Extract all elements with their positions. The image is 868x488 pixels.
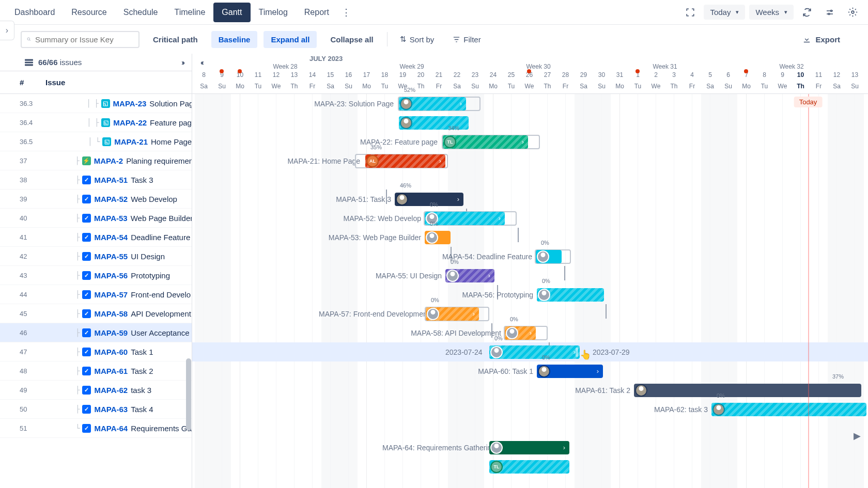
avatar[interactable] — [426, 231, 438, 244]
issue-key[interactable]: MAPA-22 — [113, 118, 147, 127]
issue-key[interactable]: MAPA-56 — [94, 271, 128, 280]
critical-path-button[interactable]: Critical path — [146, 31, 205, 48]
issue-row[interactable]: 46├✓MAPA-59User Acceptance — [0, 323, 192, 342]
baseline-button[interactable]: Baseline — [211, 31, 258, 48]
avatar[interactable] — [490, 346, 503, 358]
issue-row[interactable]: 42├✓MAPA-55UI Design — [0, 247, 192, 266]
issue-row[interactable]: 41├✓MAPA-54Deadline Feature — [0, 228, 192, 247]
nav-tab-timelog[interactable]: Timelog — [251, 3, 296, 22]
issue-key[interactable]: MAPA-51 — [94, 176, 128, 184]
avatar[interactable] — [635, 384, 647, 397]
search-input[interactable] — [35, 35, 133, 44]
avatar[interactable] — [400, 98, 412, 110]
gantt-bar[interactable]: › — [426, 307, 479, 321]
avatar[interactable] — [712, 403, 725, 416]
avatar[interactable] — [537, 250, 549, 263]
fullscreen-button[interactable] — [681, 3, 700, 22]
column-issue-header[interactable]: Issue — [45, 78, 192, 87]
avatar[interactable] — [538, 365, 550, 377]
nav-tab-timeline[interactable]: Timeline — [166, 3, 213, 22]
sliders-button[interactable] — [820, 3, 839, 22]
gantt-bar[interactable]: › — [399, 97, 466, 111]
gantt-chart[interactable]: ‹‹ JULY 2023 Week 28Week 29Week 30Week 3… — [192, 54, 868, 488]
collapse-panel-button[interactable]: ›› — [179, 56, 185, 69]
issue-key[interactable]: MAPA-60 — [94, 348, 128, 356]
issue-row[interactable]: 37├⚡MAPA-2Planing requiremen — [0, 151, 192, 170]
issue-key[interactable]: MAPA-55 — [94, 252, 128, 261]
issue-key[interactable]: MAPA-59 — [94, 328, 128, 337]
issue-key[interactable]: MAPA-2 — [94, 156, 123, 165]
resize-handle[interactable] — [576, 348, 578, 357]
issue-key[interactable]: MAPA-64 — [94, 424, 128, 433]
issue-row[interactable]: 44├✓MAPA-57Front-end Develo — [0, 285, 192, 304]
issue-row[interactable]: 36.5│ └◱MAPA-21Home Page — [0, 132, 192, 151]
issue-row[interactable]: 47├✓MAPA-60Task 1 — [0, 342, 192, 361]
avatar[interactable]: TL — [490, 461, 503, 473]
gantt-bar[interactable]: TL — [489, 460, 569, 474]
nav-tab-schedule[interactable]: Schedule — [115, 3, 166, 22]
nav-more-menu[interactable]: ⋮ — [337, 3, 355, 22]
issue-list[interactable]: 36.3│ ├◱MAPA-23Solution Page36.4│ ├◱MAPA… — [0, 94, 192, 488]
issue-key[interactable]: MAPA-57 — [94, 290, 128, 299]
gantt-bar[interactable]: AL› — [365, 154, 445, 168]
gantt-bar[interactable] — [537, 288, 604, 302]
export-button[interactable]: Export — [795, 31, 847, 48]
gantt-bar[interactable]: › — [537, 365, 603, 378]
issue-key[interactable]: MAPA-58 — [94, 309, 128, 318]
gantt-bar[interactable]: › — [445, 269, 494, 282]
nav-tab-resource[interactable]: Resource — [63, 3, 115, 22]
avatar[interactable] — [400, 117, 412, 129]
sort-button[interactable]: ⇅Sort by — [394, 30, 441, 48]
avatar[interactable] — [506, 327, 518, 339]
gantt-bar[interactable]: › — [505, 326, 536, 340]
issue-key[interactable]: MAPA-63 — [94, 405, 128, 414]
issue-row[interactable]: 51└✓MAPA-64Requirements Ga — [0, 419, 192, 438]
issue-key[interactable]: MAPA-53 — [94, 214, 128, 223]
gantt-bar[interactable] — [711, 403, 866, 416]
avatar[interactable] — [396, 193, 408, 206]
avatar[interactable]: AL — [366, 155, 379, 167]
issue-key[interactable]: MAPA-61 — [94, 367, 128, 375]
gear-button[interactable] — [843, 3, 862, 22]
expand-all-button[interactable]: Expand all — [264, 31, 317, 48]
gantt-bar[interactable]: TL› — [443, 135, 528, 149]
play-button[interactable]: ▶ — [854, 430, 861, 442]
avatar[interactable] — [538, 289, 550, 301]
avatar[interactable]: TL — [444, 136, 456, 148]
nav-tab-dashboard[interactable]: Dashboard — [6, 3, 63, 22]
sync-button[interactable] — [798, 3, 816, 22]
collapse-all-button[interactable]: Collapse all — [323, 31, 380, 48]
issue-key[interactable]: MAPA-23 — [113, 99, 147, 108]
issue-row[interactable]: 48├✓MAPA-61Task 2 — [0, 361, 192, 381]
gantt-bar[interactable]: › — [395, 193, 463, 206]
scrollbar-thumb[interactable] — [186, 358, 191, 431]
issue-row[interactable]: 36.4│ ├◱MAPA-22Feature page — [0, 113, 192, 132]
issue-key[interactable]: MAPA-54 — [94, 233, 128, 242]
filter-button[interactable]: Filter — [446, 31, 487, 48]
column-number-header[interactable]: # — [20, 78, 45, 87]
gantt-bar[interactable]: › — [489, 345, 580, 359]
gantt-bar[interactable]: › — [489, 441, 569, 454]
issue-row[interactable]: 40├✓MAPA-53Web Page Builder — [0, 209, 192, 228]
expand-sidebar-handle[interactable]: › — [0, 21, 14, 40]
scroll-left-button[interactable]: ‹‹ — [194, 56, 209, 68]
issue-row[interactable]: 39├✓MAPA-52Web Develop — [0, 190, 192, 209]
gantt-bar[interactable] — [634, 384, 861, 397]
gantt-bar[interactable] — [536, 250, 562, 263]
issue-row[interactable]: 36.3│ ├◱MAPA-23Solution Page — [0, 94, 192, 113]
issue-key[interactable]: MAPA-21 — [114, 137, 148, 146]
gantt-bar[interactable] — [425, 231, 451, 244]
avatar[interactable] — [446, 270, 459, 282]
avatar[interactable] — [490, 442, 503, 454]
issue-row[interactable]: 45├✓MAPA-58API Development — [0, 304, 192, 323]
issue-row[interactable]: 38├✓MAPA-51Task 3 — [0, 170, 192, 190]
avatar[interactable] — [427, 308, 439, 320]
issue-key[interactable]: MAPA-62 — [94, 386, 128, 395]
search-box[interactable] — [21, 31, 140, 48]
issue-key[interactable]: MAPA-52 — [94, 195, 128, 203]
nav-tab-gantt[interactable]: Gantt — [213, 3, 250, 22]
issue-row[interactable]: 49├✓MAPA-62task 3 — [0, 381, 192, 400]
zoom-select[interactable]: Weeks▾ — [749, 5, 794, 20]
today-button[interactable]: Today▾ — [704, 5, 745, 20]
issue-row[interactable]: 43├✓MAPA-56Prototyping — [0, 266, 192, 285]
